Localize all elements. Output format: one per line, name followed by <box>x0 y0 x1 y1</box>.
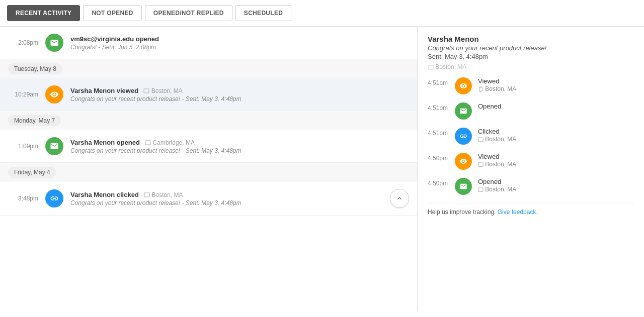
tab-opened-not-replied[interactable]: OPENED/NOT REPLIED <box>145 5 232 21</box>
divider <box>428 203 634 203</box>
open-detail-icon <box>455 102 472 120</box>
activity-actor: Varsha Menon viewed <box>70 87 138 94</box>
activity-title: Varsha Menon opened · Cambridge, MA <box>70 139 409 146</box>
detail-row: 4:51pm Clicked Boston, MA <box>428 128 634 145</box>
activity-time: 1:09pm <box>8 143 38 150</box>
activity-time: 3:48pm <box>8 195 38 202</box>
feedback-link[interactable]: Give feedback. <box>498 208 538 216</box>
activity-subtitle: Congrats on your recent product release!… <box>70 147 409 154</box>
activity-content: vm9sc@virginia.edu opened Congrats! - Se… <box>70 35 409 51</box>
activity-subtitle: Congrats on your recent product release!… <box>70 95 409 102</box>
activity-row: 2:08pm vm9sc@virginia.edu opened Congrat… <box>0 27 417 59</box>
activity-time: 2:08pm <box>8 39 38 46</box>
detail-location: Boston, MA <box>478 186 634 193</box>
activity-row[interactable]: 10:29am Varsha Menon viewed · Boston, MA… <box>0 78 417 111</box>
activity-actor: Varsha Menon opened <box>70 139 140 146</box>
day-label: Friday, May 4 <box>8 167 56 178</box>
day-label: Tuesday, May 8 <box>8 63 62 74</box>
feedback-static: Help us improve tracking. <box>428 208 496 216</box>
detail-info: Viewed Boston, MA <box>478 77 634 92</box>
click-detail-icon <box>455 128 472 145</box>
detail-location: Boston, MA <box>478 85 634 92</box>
tab-recent-activity[interactable]: RECENT ACTIVITY <box>7 5 80 21</box>
detail-location: Boston, MA <box>478 136 634 143</box>
day-separator: Tuesday, May 8 <box>0 59 417 78</box>
activity-location-inline: · Boston, MA <box>140 87 183 94</box>
activity-content: Varsha Menon clicked · Boston, MA Congra… <box>70 191 383 206</box>
detail-action: Viewed <box>478 77 634 85</box>
detail-action: Opened <box>478 178 634 185</box>
contact-subject: Congrats on your recent product release! <box>428 44 634 52</box>
detail-time: 4:50pm <box>428 153 449 162</box>
detail-info: Clicked Boston, MA <box>478 128 634 143</box>
detail-time: 4:51pm <box>428 102 449 112</box>
open-detail-icon <box>455 178 472 195</box>
contact-sent: Sent: May 3, 4:48pm <box>428 53 634 60</box>
view-icon <box>45 85 63 103</box>
day-label: Monday, May 7 <box>8 115 61 126</box>
tab-bar: RECENT ACTIVITY NOT OPENED OPENED/NOT RE… <box>0 0 644 27</box>
click-icon <box>45 189 63 207</box>
detail-time: 4:51pm <box>428 77 449 86</box>
main-layout: 2:08pm vm9sc@virginia.edu opened Congrat… <box>0 27 644 311</box>
contact-name: Varsha Menon <box>428 35 634 43</box>
activity-row: 3:48pm Varsha Menon clicked · Boston, MA… <box>0 182 417 216</box>
activity-subtitle: Congrats on your recent product release!… <box>70 199 383 206</box>
view-detail-icon <box>455 77 472 94</box>
feedback-text: Help us improve tracking. Give feedback. <box>428 208 634 216</box>
activity-location-inline: · Boston, MA <box>140 191 183 198</box>
left-panel: 2:08pm vm9sc@virginia.edu opened Congrat… <box>0 27 418 311</box>
detail-row: 4:50pm Viewed Boston, MA <box>428 153 634 170</box>
right-panel: Varsha Menon Congrats on your recent pro… <box>418 27 644 311</box>
activity-actor: Varsha Menon clicked <box>70 191 139 198</box>
detail-action: Opened <box>478 102 634 110</box>
activity-title: Varsha Menon clicked · Boston, MA <box>70 191 383 198</box>
detail-info: Opened Boston, MA <box>478 178 634 193</box>
detail-action: Viewed <box>478 153 634 160</box>
activity-title: vm9sc@virginia.edu opened <box>70 35 409 43</box>
tab-scheduled[interactable]: SCHEDULED <box>235 5 291 21</box>
detail-location: Boston, MA <box>478 161 634 168</box>
activity-location-inline: · Cambridge, MA <box>142 139 195 146</box>
tab-not-opened[interactable]: NOT OPENED <box>83 5 141 21</box>
day-separator: Friday, May 4 <box>0 163 417 182</box>
activity-content: Varsha Menon viewed · Boston, MA Congrat… <box>70 87 409 102</box>
activity-title: Varsha Menon viewed · Boston, MA <box>70 87 409 94</box>
open-icon <box>45 137 63 155</box>
detail-info: Opened <box>478 102 634 111</box>
contact-location-top-text: Boston, MA <box>435 63 466 70</box>
activity-actor: vm9sc@virginia.edu opened <box>70 35 159 43</box>
day-separator: Monday, May 7 <box>0 111 417 130</box>
activity-subtitle: Congrats! - Sent: Jun 5, 2:08pm <box>70 44 409 51</box>
detail-action: Clicked <box>478 128 634 135</box>
activity-content: Varsha Menon opened · Cambridge, MA Cong… <box>70 139 409 154</box>
scroll-up-button[interactable] <box>390 189 409 208</box>
contact-location-top: Boston, MA <box>428 63 634 70</box>
detail-row: 4:50pm Opened Boston, MA <box>428 178 634 195</box>
detail-row: 4:51pm Viewed Boston, MA <box>428 77 634 94</box>
detail-row: 4:51pm Opened <box>428 102 634 120</box>
detail-info: Viewed Boston, MA <box>478 153 634 168</box>
activity-row: 1:09pm Varsha Menon opened · Cambridge, … <box>0 130 417 163</box>
detail-time: 4:51pm <box>428 128 449 137</box>
activity-time: 10:29am <box>8 91 38 98</box>
detail-time: 4:50pm <box>428 178 449 187</box>
view-detail-icon <box>455 153 472 170</box>
open-icon <box>45 34 63 52</box>
